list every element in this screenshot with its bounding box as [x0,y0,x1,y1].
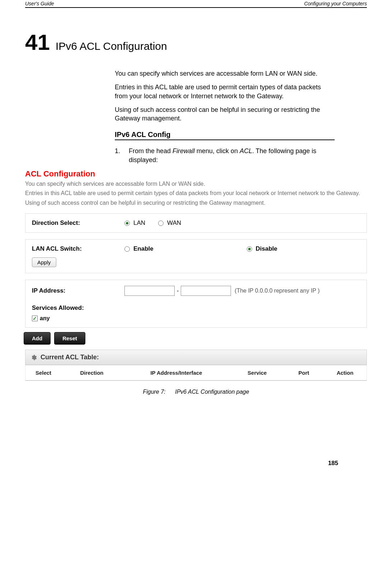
direction-lan-radio[interactable]: LAN [124,219,145,227]
lan-acl-disable-radio[interactable]: Disable [247,245,277,252]
apply-button[interactable]: Apply [32,257,56,267]
direction-lan-label: LAN [133,219,145,227]
step-1: 1. From the head Firewall menu, click on… [115,147,335,164]
current-acl-table-header: Current ACL Table: [25,350,367,365]
gear-icon [30,354,37,361]
lan-acl-disable-label: Disable [256,245,277,252]
section-heading: IPv6 ACL Config [115,131,335,140]
step-text: From the head Firewall menu, click on AC… [129,147,335,164]
col-service: Service [230,365,284,380]
direction-wan-label: WAN [167,219,181,227]
acl-screenshot: ACL Configuration You can specify which … [4,169,388,381]
radio-checked-icon [124,221,130,226]
current-acl-table-title: Current ACL Table: [41,354,99,361]
lan-acl-enable-radio[interactable]: Enable [124,245,154,252]
page-number: 185 [328,460,338,467]
ip-hint-text: (The IP 0.0.0.0 represent any IP ) [235,288,320,294]
col-select: Select [25,365,61,380]
add-button[interactable]: Add [24,332,51,345]
reset-button[interactable]: Reset [54,332,85,345]
direction-panel: Direction Select: LAN WAN [25,213,367,233]
chapter-heading: 41 IPv6 ACL Configuration [25,29,367,55]
acl-table: Select Direction IP Address/Interface Se… [25,365,367,381]
col-direction: Direction [61,365,122,380]
chapter-title: IPv6 ACL Configuration [56,40,167,52]
services-allowed-label: Services Allowed: [32,304,360,312]
step-number: 1. [115,147,120,164]
direction-label: Direction Select: [32,219,122,227]
col-ip: IP Address/Interface [122,365,230,380]
chapter-number: 41 [25,29,50,55]
ip-range-dash: - [177,288,179,294]
intro-paragraph-2: Entries in this ACL table are used to pe… [115,83,335,100]
figure-caption: Figure 7: IPv6 ACL Configuration page [25,389,367,395]
header-right: Configuring your Computers [304,1,367,6]
lan-acl-switch-panel: LAN ACL Switch: Enable Disable Apply [25,239,367,273]
direction-wan-radio[interactable]: WAN [158,219,181,227]
any-checkbox[interactable]: ✓ [32,316,38,321]
ip-to-input[interactable] [181,286,231,296]
col-port: Port [284,365,323,380]
intro-paragraph-1: You can specify which services are acces… [115,69,335,78]
ip-services-panel: IP Address: - (The IP 0.0.0.0 represent … [25,280,367,328]
radio-unchecked-icon [158,221,164,226]
intro-paragraph-3: Using of such access control can be help… [115,105,335,123]
ip-address-label: IP Address: [32,287,122,294]
header-left: User's Guide [25,1,54,6]
radio-unchecked-icon [124,246,130,252]
page-header: User's Guide Configuring your Computers [25,0,367,8]
any-label: any [40,315,50,322]
lan-acl-enable-label: Enable [133,245,154,252]
radio-checked-icon [247,246,252,252]
col-action: Action [323,365,367,380]
lan-acl-switch-label: LAN ACL Switch: [32,245,122,252]
acl-desc-line2: Entries in this ACL table are used to pe… [25,189,367,197]
ip-from-input[interactable] [124,286,175,296]
acl-desc-line1: You can specify which services are acces… [25,180,367,188]
acl-config-title: ACL Configuration [25,169,367,179]
acl-desc-line3: Using of such access control can be help… [25,199,367,207]
